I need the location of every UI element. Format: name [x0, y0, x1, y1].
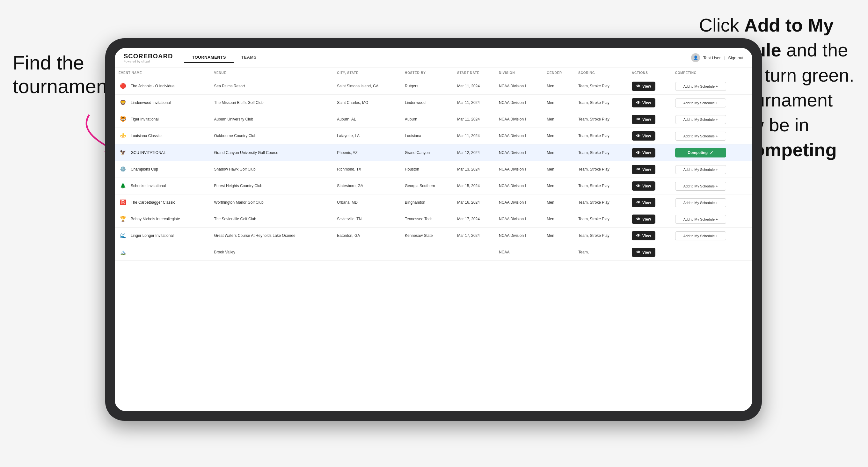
eye-icon: 👁 — [636, 167, 641, 172]
top-nav: SCOREBOARD Powered by clippd TOURNAMENTS… — [115, 48, 752, 68]
add-to-schedule-button[interactable]: Add to My Schedule + — [675, 132, 726, 141]
cell-venue: Auburn University Club — [210, 111, 334, 128]
view-button[interactable]: 👁 View — [632, 98, 655, 107]
col-division: DIVISION — [495, 68, 543, 78]
add-to-schedule-button[interactable]: Add to My Schedule + — [675, 182, 726, 191]
cell-gender: Men — [543, 145, 575, 161]
cell-division: NCAA Division I — [495, 194, 543, 211]
cell-division: NCAA Division I — [495, 111, 543, 128]
cell-date: Mar 11, 2024 — [453, 128, 495, 145]
cell-competing — [671, 244, 752, 261]
eye-icon: 👁 — [636, 84, 641, 89]
cell-venue: The Sevierville Golf Club — [210, 211, 334, 227]
cell-competing: Add to My Schedule + — [671, 111, 752, 128]
view-button[interactable]: 👁 View — [632, 215, 655, 224]
add-to-schedule-button[interactable]: Add to My Schedule + — [675, 198, 726, 207]
cell-competing: Competing ✓ — [671, 145, 752, 161]
view-button[interactable]: 👁 View — [632, 248, 655, 257]
cell-gender: Men — [543, 211, 575, 227]
event-name-text: Louisiana Classics — [131, 133, 162, 139]
cell-event-name: 🅱️ The Carpetbagger Classic — [115, 194, 210, 211]
cell-venue: Great Waters Course At Reynolds Lake Oco… — [210, 227, 334, 244]
cell-actions: 👁 View — [628, 227, 671, 244]
add-to-schedule-button[interactable]: Add to My Schedule + — [675, 82, 726, 91]
cell-competing: Add to My Schedule + — [671, 95, 752, 111]
eye-icon: 👁 — [636, 184, 641, 188]
eye-icon: 👁 — [636, 100, 641, 105]
table-container: EVENT NAME VENUE CITY, STATE HOSTED BY S… — [115, 68, 752, 411]
view-button[interactable]: 👁 View — [632, 181, 655, 191]
view-button[interactable]: 👁 View — [632, 82, 655, 91]
add-to-schedule-button[interactable]: Add to My Schedule + — [675, 231, 726, 240]
team-logo: 🅱️ — [119, 198, 127, 207]
cell-scoring: Team, Stroke Play — [575, 128, 628, 145]
table-row: 🦁 Lindenwood Invitational The Missouri B… — [115, 95, 752, 111]
cell-venue: Worthington Manor Golf Club — [210, 194, 334, 211]
event-name-text: Champions Cup — [131, 167, 158, 172]
username: Test User — [703, 56, 721, 60]
cell-scoring: Team, Stroke Play — [575, 194, 628, 211]
cell-venue: Forest Heights Country Club — [210, 178, 334, 194]
table-row: ⚙️ Champions Cup Shadow Hawk Golf ClubRi… — [115, 161, 752, 178]
col-venue: VENUE — [210, 68, 334, 78]
cell-gender: Men — [543, 95, 575, 111]
view-button[interactable]: 👁 View — [632, 115, 655, 124]
add-to-schedule-button[interactable]: Add to My Schedule + — [675, 165, 726, 174]
view-button[interactable]: 👁 View — [632, 198, 655, 207]
event-name-text: Lindenwood Invitational — [131, 100, 170, 105]
cell-competing: Add to My Schedule + — [671, 211, 752, 227]
cell-actions: 👁 View — [628, 145, 671, 161]
cell-competing: Add to My Schedule + — [671, 194, 752, 211]
cell-gender: Men — [543, 178, 575, 194]
cell-gender — [543, 244, 575, 261]
cell-city: Lafayette, LA — [333, 128, 401, 145]
cell-date: Mar 15, 2024 — [453, 178, 495, 194]
cell-division: NCAA Division I — [495, 95, 543, 111]
cell-competing: Add to My Schedule + — [671, 161, 752, 178]
cell-hosted: Kennesaw State — [401, 227, 453, 244]
col-city: CITY, STATE — [333, 68, 401, 78]
view-button[interactable]: 👁 View — [632, 231, 655, 240]
cell-city: Sevierville, TN — [333, 211, 401, 227]
cell-city: Auburn, AL — [333, 111, 401, 128]
add-to-schedule-button[interactable]: Add to My Schedule + — [675, 215, 726, 224]
col-event-name: EVENT NAME — [115, 68, 210, 78]
table-row: 🌊 Linger Longer Invitational Great Water… — [115, 227, 752, 244]
team-logo: 🦅 — [119, 148, 127, 157]
view-button[interactable]: 👁 View — [632, 165, 655, 174]
cell-venue: Grand Canyon University Golf Course — [210, 145, 334, 161]
event-name-text: Bobby Nichols Intercollegiate — [131, 216, 180, 222]
cell-event-name: 🏔️ — [115, 244, 210, 261]
team-logo: ⚙️ — [119, 165, 127, 174]
cell-division: NCAA Division I — [495, 211, 543, 227]
view-button[interactable]: 👁 View — [632, 131, 655, 141]
cell-hosted: Louisiana — [401, 128, 453, 145]
add-to-schedule-button[interactable]: Add to My Schedule + — [675, 115, 726, 124]
cell-actions: 👁 View — [628, 128, 671, 145]
cell-venue: Oakbourne Country Club — [210, 128, 334, 145]
add-to-schedule-button[interactable]: Add to My Schedule + — [675, 98, 726, 107]
cell-date: Mar 16, 2024 — [453, 194, 495, 211]
cell-gender: Men — [543, 128, 575, 145]
cell-event-name: 🔴 The Johnnie - O Individual — [115, 78, 210, 95]
cell-actions: 👁 View — [628, 111, 671, 128]
cell-division: NCAA Division I — [495, 78, 543, 95]
view-button[interactable]: 👁 View — [632, 148, 655, 157]
eye-icon: 👁 — [636, 151, 641, 155]
competing-button[interactable]: Competing ✓ — [675, 148, 726, 157]
cell-scoring: Team, Stroke Play — [575, 95, 628, 111]
cell-actions: 👁 View — [628, 78, 671, 95]
cell-event-name: 🦅 GCU INVITATIONAL — [115, 145, 210, 161]
cell-scoring: Team, Stroke Play — [575, 227, 628, 244]
table-row: 🏆 Bobby Nichols Intercollegiate The Sevi… — [115, 211, 752, 227]
cell-division: NCAA — [495, 244, 543, 261]
cell-event-name: 🦁 Lindenwood Invitational — [115, 95, 210, 111]
eye-icon: 👁 — [636, 117, 641, 122]
cell-date — [453, 244, 495, 261]
cell-division: NCAA Division I — [495, 145, 543, 161]
tab-teams[interactable]: TEAMS — [234, 52, 264, 63]
tab-tournaments[interactable]: TOURNAMENTS — [184, 52, 233, 63]
cell-venue: Sea Palms Resort — [210, 78, 334, 95]
signout-link[interactable]: Sign out — [728, 56, 743, 60]
eye-icon: 👁 — [636, 133, 641, 138]
